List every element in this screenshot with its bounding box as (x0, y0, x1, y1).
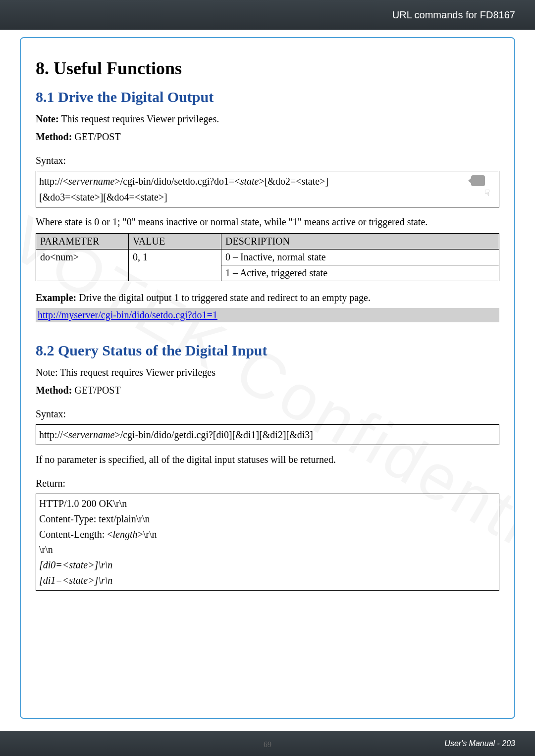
method-value-2: GET/POST (72, 385, 120, 396)
return-line: [di0=<state>]\r\n (39, 557, 496, 573)
note-label: Note: (36, 113, 59, 124)
example-text: Drive the digital output 1 to triggered … (76, 292, 371, 303)
td-desc2: 1 – Active, triggered state (221, 265, 499, 281)
header-title: URL commands for FD8167 (392, 9, 515, 21)
params-table: PARAMETER VALUE DESCRIPTION do<num> 0, 1… (36, 233, 499, 281)
chapter-title: 8. Useful Functions (36, 58, 499, 79)
method-value: GET/POST (72, 131, 120, 142)
syntax1-line1: http://<servername>/cgi-bin/dido/setdo.c… (39, 173, 496, 189)
s1b: servername (68, 176, 114, 187)
s1e: >[&do2=<state>] (259, 176, 328, 187)
note-text: This request requires Viewer privileges. (59, 113, 219, 124)
return-label: Return: (36, 476, 499, 491)
td-param: do<num> (36, 250, 129, 281)
section1-method: Method: GET/POST (36, 129, 499, 144)
section-8-2-title: 8.2 Query Status of the Digital Input (36, 342, 499, 359)
th-parameter: PARAMETER (36, 234, 129, 250)
syntax1-line2: [&do3=<state>][&do4=<state>] (39, 189, 496, 205)
page-number-center: 69 (264, 740, 271, 749)
s2b: servername (68, 429, 114, 440)
content-frame: VIVOTEK Confidential 8. Useful Functions… (20, 37, 515, 719)
example-link[interactable]: http://myserver/cgi-bin/dido/setdo.cgi?d… (36, 308, 499, 322)
syntax-label-1: Syntax: (36, 153, 499, 168)
s2c: >/cgi-bin/dido/getdi.cgi?[di0][&di1][&di… (114, 429, 313, 440)
length-italic: length (112, 529, 137, 540)
section-8-1-title: 8.1 Drive the Digital Output (36, 89, 499, 105)
td-value: 0, 1 (129, 250, 221, 281)
section2-method: Method: GET/POST (36, 383, 499, 398)
state-italic2: state (69, 575, 88, 586)
return-line: [di1=<state>]\r\n (39, 573, 496, 588)
return-line: \r\n (39, 542, 496, 557)
s1a: http://< (39, 176, 68, 187)
header-bar: URL commands for FD8167 (0, 0, 535, 30)
footer-right-text: User's Manual - 203 (444, 739, 515, 748)
section2-note: Note: This request requires Viewer privi… (36, 365, 499, 380)
state-italic: state (69, 559, 88, 570)
section1-note: Note: This request requires Viewer privi… (36, 111, 499, 126)
syntax-box-1: http://<servername>/cgi-bin/dido/setdo.c… (36, 171, 499, 207)
syntax-box-2: http://<servername>/cgi-bin/dido/getdi.c… (36, 424, 499, 445)
where-text: Where state is 0 or 1; "0" means inactiv… (36, 214, 499, 229)
th-value: VALUE (129, 234, 221, 250)
return-line: HTTP/1.0 200 OK\r\n (39, 496, 496, 511)
table-row: do<num> 0, 1 0 – Inactive, normal state (36, 250, 499, 265)
td-desc1: 0 – Inactive, normal state (221, 250, 499, 265)
method-label: Method: (36, 131, 72, 142)
return-line: Content-Type: text/plain\r\n (39, 511, 496, 527)
return-box: HTTP/1.0 200 OK\r\n Content-Type: text/p… (36, 494, 499, 591)
s2a: http://< (39, 429, 68, 440)
example-line: Example: Drive the digital output 1 to t… (36, 290, 499, 305)
th-description: DESCRIPTION (221, 234, 499, 250)
example-label: Example: (36, 292, 76, 303)
syntax-label-2: Syntax: (36, 406, 499, 421)
return-line: Content-Length: <length>\r\n (39, 527, 496, 542)
s1c: >/cgi-bin/dido/setdo.cgi?do1=< (114, 176, 240, 187)
method-label-2: Method: (36, 385, 72, 396)
s1d: state (240, 176, 259, 187)
if-no-param-text: If no parameter is specified, all of the… (36, 452, 499, 467)
table-header-row: PARAMETER VALUE DESCRIPTION (36, 234, 499, 250)
